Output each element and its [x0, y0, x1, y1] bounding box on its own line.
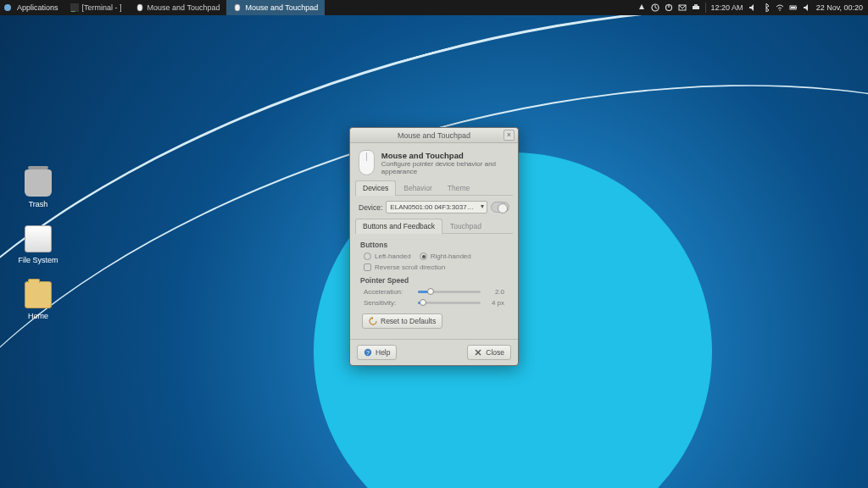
acceleration-value: 2.0: [486, 288, 504, 296]
close-button[interactable]: Close: [467, 345, 511, 360]
sensitivity-value: 4 px: [486, 299, 504, 307]
terminal-icon: _: [70, 3, 79, 12]
notification-icon[interactable]: [637, 3, 646, 12]
task-label: [Terminal - ]: [82, 0, 122, 15]
window-close-button[interactable]: ×: [504, 130, 515, 141]
svg-point-0: [4, 4, 11, 11]
battery-icon[interactable]: [789, 3, 798, 12]
bluetooth-icon[interactable]: [762, 3, 771, 12]
svg-text:_: _: [70, 4, 75, 12]
task-terminal[interactable]: _ [Terminal - ]: [64, 0, 129, 15]
dialog-subtitle: Configure pointer device behavior and ap…: [381, 160, 509, 175]
task-mouse-settings-2[interactable]: Mouse and Touchpad: [226, 0, 325, 15]
desktop-icons: Trash File System Home: [8, 169, 68, 337]
button-label: Close: [486, 348, 504, 357]
help-button[interactable]: ? Help: [357, 345, 397, 360]
check-label: Reverse scroll direction: [375, 263, 445, 271]
svg-rect-14: [791, 7, 795, 8]
drive-icon: [25, 225, 52, 252]
desktop-icon-label: Trash: [8, 200, 68, 208]
window-titlebar[interactable]: Mouse and Touchpad ×: [350, 128, 518, 143]
mouse-icon: [136, 3, 144, 12]
tab-behavior[interactable]: Behavior: [396, 180, 440, 195]
buttons-group-label: Buttons: [360, 241, 508, 249]
radio-right-handed[interactable]: Right-handed: [420, 252, 471, 260]
svg-rect-4: [235, 4, 240, 11]
acceleration-label: Acceleration:: [364, 288, 413, 296]
svg-rect-13: [796, 7, 797, 8]
reset-defaults-button[interactable]: Reset to Defaults: [362, 313, 442, 329]
taskbar: _ [Terminal - ] Mouse and Touchpad Mouse…: [64, 0, 326, 15]
sensitivity-label: Sensitivity:: [364, 299, 413, 307]
update-icon[interactable]: [651, 3, 659, 12]
wifi-icon[interactable]: [776, 3, 784, 12]
dialog-header: Mouse and Touchpad Configure pointer dev…: [350, 143, 518, 180]
dialog-title: Mouse and Touchpad: [381, 151, 509, 160]
pointer-group-label: Pointer Speed: [360, 276, 508, 285]
mouse-settings-window: Mouse and Touchpad × Mouse and Touchpad …: [349, 127, 519, 366]
acceleration-slider[interactable]: [418, 291, 481, 293]
svg-rect-3: [137, 4, 142, 11]
device-combo[interactable]: ELAN0501:00 04F3:3037 Touchpad: [386, 201, 487, 214]
svg-rect-9: [693, 6, 699, 9]
sub-tabs: Buttons and Feedback Touchpad: [355, 219, 513, 234]
window-title: Mouse and Touchpad: [398, 131, 470, 140]
task-label: Mouse and Touchpad: [245, 0, 318, 15]
desktop-icon-label: Home: [8, 312, 68, 320]
volume-icon-2[interactable]: [803, 3, 811, 12]
top-panel: Applications _ [Terminal - ] Mouse and T…: [0, 0, 868, 15]
task-mouse-settings-1[interactable]: Mouse and Touchpad: [129, 0, 227, 15]
trash-icon: [25, 169, 52, 197]
volume-icon[interactable]: [748, 3, 757, 12]
mouse-icon: [359, 150, 375, 175]
date[interactable]: 22 Nov, 00:20: [816, 0, 863, 15]
radio-left-handed[interactable]: Left-handed: [364, 252, 411, 260]
svg-text:?: ?: [366, 350, 370, 356]
task-label: Mouse and Touchpad: [147, 0, 220, 15]
applications-menu[interactable]: Applications: [17, 0, 58, 15]
printer-icon[interactable]: [692, 3, 700, 12]
check-reverse-scroll[interactable]: Reverse scroll direction: [360, 262, 508, 273]
svg-rect-10: [694, 4, 698, 6]
radio-label: Right-handed: [431, 252, 471, 260]
subtab-buttons-feedback[interactable]: Buttons and Feedback: [355, 219, 442, 234]
desktop-trash[interactable]: Trash: [8, 169, 68, 208]
button-label: Reset to Defaults: [381, 317, 436, 325]
help-icon: ?: [364, 348, 372, 357]
close-icon: [474, 348, 482, 357]
tab-theme[interactable]: Theme: [440, 180, 477, 195]
desktop-home[interactable]: Home: [8, 281, 68, 320]
sensitivity-slider[interactable]: [418, 302, 481, 304]
tab-devices[interactable]: Devices: [355, 180, 396, 196]
power-icon[interactable]: [665, 3, 673, 12]
clock[interactable]: 12:20 AM: [711, 0, 743, 15]
xfce-logo-icon: [3, 3, 12, 12]
button-label: Help: [376, 348, 390, 357]
mouse-icon: [233, 3, 242, 12]
device-enable-toggle[interactable]: [491, 202, 509, 213]
subtab-touchpad[interactable]: Touchpad: [442, 219, 489, 233]
main-tabs: Devices Behavior Theme: [355, 180, 513, 196]
reset-icon: [369, 317, 377, 325]
mail-icon[interactable]: [678, 3, 687, 12]
folder-icon: [25, 281, 52, 308]
device-label: Device:: [359, 203, 382, 212]
close-icon: ×: [507, 130, 511, 139]
desktop-icon-label: File System: [8, 256, 68, 264]
desktop-filesystem[interactable]: File System: [8, 225, 68, 264]
svg-point-11: [779, 9, 781, 11]
system-tray: 12:20 AM 22 Nov, 00:20: [637, 0, 868, 15]
radio-label: Left-handed: [375, 252, 411, 260]
